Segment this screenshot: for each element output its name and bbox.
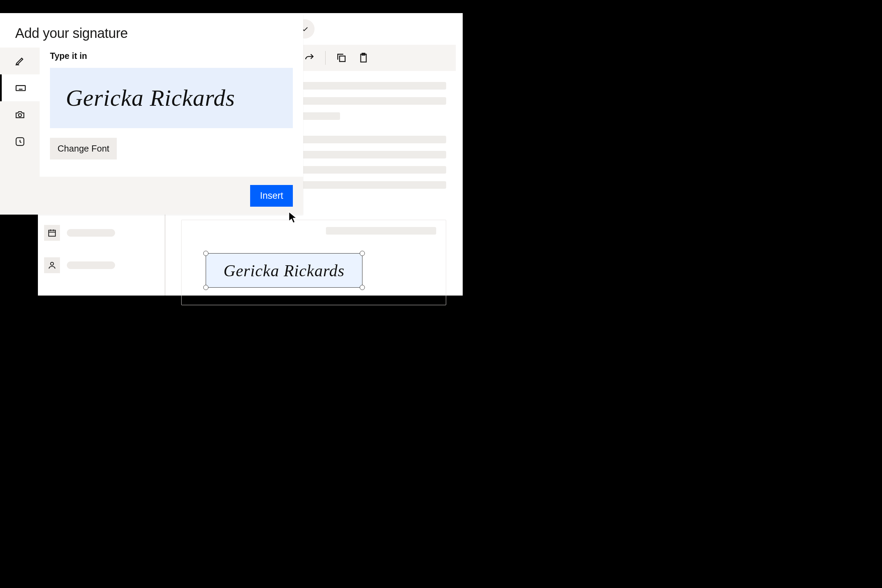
signature-field-area: Gericka Rickards bbox=[181, 220, 446, 305]
signature-preview-input[interactable]: Gericka Rickards bbox=[50, 68, 293, 128]
camera-icon bbox=[15, 110, 25, 120]
toolbar-separator bbox=[325, 51, 326, 65]
redo-button[interactable] bbox=[303, 52, 316, 64]
svg-point-7 bbox=[51, 262, 54, 265]
placed-signature[interactable]: Gericka Rickards bbox=[206, 253, 363, 288]
svg-rect-0 bbox=[340, 56, 345, 62]
name-field-icon bbox=[44, 257, 60, 273]
redo-icon bbox=[304, 52, 315, 63]
type-signature-panel: Type it in Gericka Rickards Change Font bbox=[40, 48, 303, 177]
field-row[interactable] bbox=[44, 225, 165, 241]
paste-button[interactable] bbox=[357, 52, 370, 64]
modal-footer: Insert bbox=[0, 177, 303, 214]
add-signature-modal: Add your signature Type it in bbox=[0, 13, 303, 214]
clock-icon bbox=[15, 136, 25, 147]
signature-method-rail bbox=[0, 48, 40, 177]
field-row[interactable] bbox=[44, 257, 165, 273]
panel-label: Type it in bbox=[50, 51, 293, 61]
person-icon bbox=[48, 261, 57, 270]
method-type[interactable] bbox=[0, 74, 40, 101]
copy-button[interactable] bbox=[335, 52, 348, 64]
placed-signature-text: Gericka Rickards bbox=[224, 261, 345, 280]
method-draw[interactable] bbox=[0, 48, 40, 74]
resize-handle[interactable] bbox=[203, 251, 208, 256]
signature-preview-text: Gericka Rickards bbox=[66, 84, 235, 112]
method-recent[interactable] bbox=[0, 128, 40, 155]
copy-icon bbox=[336, 52, 347, 63]
resize-handle[interactable] bbox=[203, 285, 208, 290]
method-photo[interactable] bbox=[0, 101, 40, 128]
modal-title: Add your signature bbox=[0, 13, 303, 41]
skeleton-line bbox=[67, 229, 115, 237]
svg-point-15 bbox=[18, 114, 21, 117]
resize-handle[interactable] bbox=[360, 285, 365, 290]
date-field-icon bbox=[44, 225, 60, 241]
skeleton-line bbox=[326, 227, 436, 235]
svg-rect-3 bbox=[49, 230, 56, 236]
svg-rect-9 bbox=[16, 86, 26, 91]
calendar-icon bbox=[48, 228, 57, 237]
clipboard-icon bbox=[358, 52, 369, 63]
pencil-icon bbox=[15, 56, 25, 66]
insert-button[interactable]: Insert bbox=[250, 185, 293, 207]
change-font-button[interactable]: Change Font bbox=[50, 138, 117, 159]
skeleton-line bbox=[67, 261, 115, 269]
keyboard-icon bbox=[15, 82, 26, 93]
resize-handle[interactable] bbox=[360, 251, 365, 256]
